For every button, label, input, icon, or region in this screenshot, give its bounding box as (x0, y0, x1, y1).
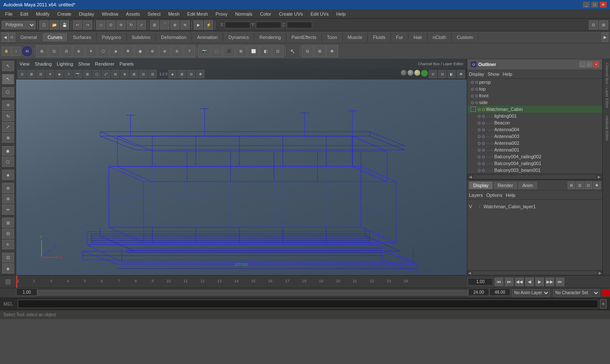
outliner-item-antenna004[interactable]: ⊙ ⊙ —○ Antenna004 (467, 126, 602, 133)
cb-icon-4[interactable]: ✚ (593, 182, 601, 189)
outliner-item-antenna003[interactable]: ⊙ ⊙ —○ Antenna003 (467, 133, 602, 140)
shelf-tab-deformation[interactable]: Deformation (156, 33, 192, 41)
anim-go-end[interactable]: ⏭ (556, 278, 564, 286)
shelf-tab-painteffects[interactable]: PaintEffects (286, 33, 322, 41)
shelf-cam1[interactable]: 📷 (198, 45, 210, 57)
menu-assets[interactable]: Assets (122, 11, 143, 17)
outliner-item-lighting001[interactable]: ⊙ ⊙ —○ lighting001 (467, 113, 602, 119)
outliner-item-watchman-cabin[interactable]: - ⊙ ⊙ Watchman_Cabin (467, 106, 602, 113)
outliner-item-side[interactable]: ⊙ ⊙ side (467, 99, 602, 106)
mode-select[interactable]: Polygons (2, 21, 36, 29)
move-btn[interactable]: ✛ (116, 20, 126, 30)
attribute-editor-tab-label[interactable]: Attribute Editor (603, 112, 610, 144)
shelf-icon-2[interactable]: ⊡ (48, 45, 60, 57)
cb-icon-3[interactable]: ⊡ (585, 182, 592, 189)
snap-grid-btn[interactable]: ⊞ (150, 20, 159, 30)
outliner-close-btn[interactable]: ✕ (593, 61, 599, 67)
vp-extra2[interactable]: ⊡ (438, 70, 446, 78)
cb-menu-help[interactable]: Help (506, 193, 516, 198)
vp-disp3[interactable]: ⊟ (148, 70, 157, 78)
shelf-icon-help[interactable]: ? (183, 45, 195, 57)
paint-sel-btn[interactable]: ⬡ (2, 87, 14, 97)
outliner-menu-display[interactable]: Display (469, 72, 484, 77)
outliner-maximize-btn[interactable]: □ (586, 61, 592, 67)
menu-edit[interactable]: Edit (17, 11, 32, 17)
menu-create[interactable]: Create (54, 11, 75, 17)
layer-btn2[interactable]: ⊟ (2, 229, 14, 239)
curve-cv-btn[interactable]: ⊛ (2, 194, 14, 204)
scroll-track[interactable] (474, 175, 596, 179)
curve-ep-btn[interactable]: ⊚ (2, 183, 14, 193)
range-max-field[interactable]: 48.00 (489, 288, 510, 296)
shelf-icon-btn[interactable]: ⊙ (8, 33, 15, 42)
y-field[interactable] (256, 22, 281, 28)
anim-go-start[interactable]: ⏮ (495, 278, 503, 286)
lasso-tool-btn[interactable]: ↖ (2, 74, 14, 84)
shelf-tab-animation[interactable]: Animation (192, 33, 223, 41)
shelf-icon-12[interactable]: ⊜ (171, 45, 183, 57)
display-layer-btn[interactable]: ⊞ (2, 218, 14, 228)
vp-disp2[interactable]: ⊡ (139, 70, 147, 78)
shelf-tab-hair[interactable]: Hair (408, 33, 427, 41)
snap-curve-btn[interactable]: ⌒ (160, 20, 169, 30)
vp-menu-view[interactable]: View (19, 61, 30, 66)
curve-pencil-btn[interactable]: ✏ (2, 204, 14, 215)
shelf-icon-6[interactable]: ⬡ (97, 45, 109, 57)
cb-tab-display[interactable]: Display (469, 182, 493, 189)
shelf-cam3[interactable]: ⬛ (223, 45, 235, 57)
outliner-menu-show[interactable]: Show (488, 72, 499, 77)
shelf-icon-3[interactable]: ⊟ (61, 45, 72, 57)
anim-prev-key[interactable]: ⏭ (505, 278, 513, 286)
shelf-icon-5[interactable]: ✦ (85, 45, 97, 57)
menu-display[interactable]: Display (75, 11, 97, 17)
render-region-btn[interactable]: ⊡ (2, 253, 14, 263)
layer-btn3[interactable]: ≡ (2, 240, 14, 250)
outliner-list[interactable]: ⊙ ⊙ persp ⊙ ⊙ top ⊙ ⊙ front (467, 79, 602, 174)
vp-help-btn[interactable]: ? (64, 70, 73, 78)
vp-menu-lighting[interactable]: Lighting (57, 61, 73, 66)
menu-createuvs[interactable]: Create UVs (275, 11, 306, 17)
viewport[interactable]: View Shading Lighting Show Renderer Pane… (16, 59, 467, 275)
shelf-right-arrow[interactable]: ▶ (602, 33, 608, 42)
shelf-tab-fluids[interactable]: Fluids (368, 33, 391, 41)
shelf-tab-rendering[interactable]: Rendering (254, 33, 286, 41)
sculpt-btn[interactable]: ⬠ (2, 157, 14, 167)
outliner-item-balcony004r1[interactable]: ⊙ ⊙ —○ Balcony004_railing001 (467, 160, 602, 167)
shelf-cam6[interactable]: ◧ (260, 45, 272, 57)
cb-menu-layers[interactable]: Layers (469, 193, 483, 198)
outliner-item-front[interactable]: ⊙ ⊙ front (467, 92, 602, 99)
snap-surface-btn[interactable]: ≋ (180, 20, 190, 30)
channel-box-tab-label[interactable]: Channel Box / Layer Editor (603, 59, 610, 112)
shelf-tab-general[interactable]: General (15, 33, 42, 41)
scale-tool-btn[interactable]: ⤢ (2, 122, 14, 132)
shelf-tab-ncloth[interactable]: nCloth (427, 33, 452, 41)
scroll-right-arrow[interactable]: ▶ (597, 175, 602, 179)
shelf-cam2[interactable]: ⬚ (211, 45, 222, 57)
shelf-tab-custom[interactable]: Custom (452, 33, 478, 41)
shelf-tab-curves[interactable]: Curves (42, 33, 68, 41)
vp-snap-btn[interactable]: ⊕ (120, 70, 129, 78)
redo-btn[interactable]: ↪ (83, 20, 92, 30)
vp-menu-renderer[interactable]: Renderer (95, 61, 114, 66)
range-track[interactable] (37, 288, 468, 297)
vp-disp1[interactable]: ⊞ (130, 70, 138, 78)
outliner-item-antenna001[interactable]: ⊙ ⊙ —○ Antenna001 (467, 146, 602, 153)
mel-input[interactable] (18, 300, 598, 308)
snap-point-btn[interactable]: ⊕ (170, 20, 180, 30)
shelf-icon-7[interactable]: ◈ (110, 45, 122, 57)
expand-watchman-cabin[interactable]: - (471, 107, 476, 112)
vp-shaded-btn[interactable]: ⊡ (36, 70, 45, 78)
cb-menu-options[interactable]: Options (486, 193, 502, 198)
cb-tab-render[interactable]: Render (494, 182, 517, 189)
outliner-menu-help[interactable]: Help (503, 72, 513, 77)
ch-scroll-left[interactable]: ◀ (467, 271, 472, 275)
z-field[interactable] (287, 22, 312, 28)
minimize-btn[interactable]: _ (583, 2, 590, 8)
layout-btn1[interactable]: ⊡ (589, 20, 598, 30)
vp-menu-show[interactable]: Show (78, 61, 90, 66)
vp-bookmark-btn[interactable]: ✤ (196, 70, 205, 78)
ipr-btn[interactable]: ⚡ (204, 20, 213, 30)
cb-tab-anim[interactable]: Anim (518, 182, 537, 189)
char-set-record-btn[interactable] (602, 290, 609, 296)
shelf-view2[interactable]: ⊞ (314, 45, 326, 57)
